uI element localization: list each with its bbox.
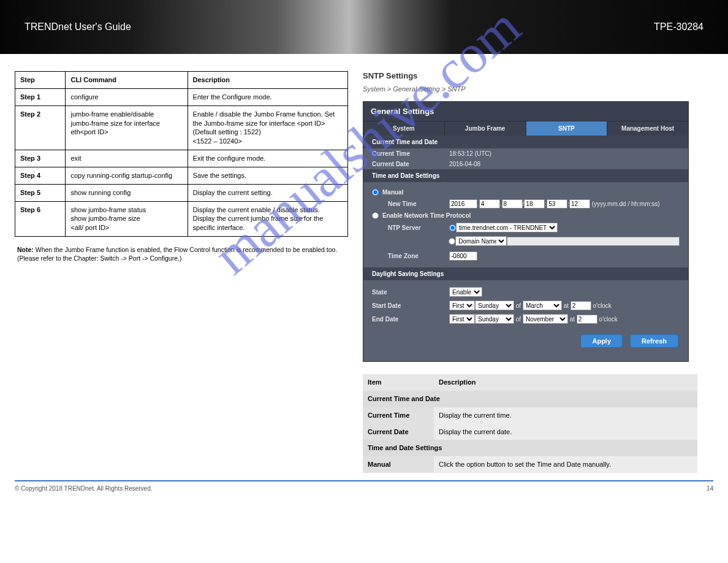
- time-date-settings-hdr: Time and Date Settings: [363, 169, 688, 182]
- note-text: When the Jumbo Frame function is enabled…: [17, 246, 337, 262]
- tab-system[interactable]: System: [363, 121, 445, 136]
- start-day[interactable]: Sunday: [475, 301, 514, 310]
- mi-input[interactable]: [547, 199, 567, 209]
- copyright: © Copyright 2018 TRENDnet. All Rights Re…: [15, 485, 153, 492]
- end-ord[interactable]: First: [449, 314, 475, 324]
- ss-input[interactable]: [569, 199, 590, 209]
- desc-col-desc: Description: [434, 374, 697, 391]
- cli-steps-table: Step CLI Command Description Step 1 conf…: [15, 71, 348, 237]
- table-row: Step 2 jumbo-frame enable/disable jumbo-…: [15, 105, 348, 150]
- ntp-server-select[interactable]: time.trendnet.com - TRENDNET: [456, 223, 558, 232]
- refresh-button[interactable]: Refresh: [630, 334, 678, 348]
- page-number: 14: [707, 485, 713, 492]
- col-cmd: CLI Command: [66, 72, 188, 89]
- tab-sntp[interactable]: SNTP: [526, 121, 608, 136]
- col-desc: Description: [188, 72, 347, 89]
- state-label: State: [372, 289, 449, 296]
- start-hour[interactable]: [571, 301, 591, 310]
- manual-label: Manual: [382, 189, 403, 196]
- cur-date-label: Current Date: [372, 161, 449, 167]
- table-row: Step 6 show jumbo-frame status show jumb…: [15, 201, 348, 237]
- ntp-label: Enable Network Time Protocol: [382, 212, 471, 219]
- desc-table: ItemDescription Current Time and Date Cu…: [363, 374, 697, 473]
- sntp-breadcrumb: System > General Setting > SNTP: [363, 85, 697, 93]
- tab-jumbo[interactable]: Jumbo Frame: [445, 121, 526, 136]
- sntp-heading: SNTP Settings: [363, 71, 697, 80]
- table-row: Step 5 show running config Display the c…: [15, 184, 348, 201]
- end-day[interactable]: Sunday: [475, 314, 514, 324]
- start-ord[interactable]: First: [449, 301, 475, 310]
- dd-input[interactable]: [502, 199, 523, 209]
- panel-title: General Settings: [363, 102, 688, 121]
- ntp-radio[interactable]: [372, 212, 379, 219]
- end-date-label: End Date: [372, 316, 449, 323]
- yyyy-input[interactable]: [449, 199, 477, 209]
- end-hour[interactable]: [577, 315, 597, 324]
- general-settings-panel: General Settings System Jumbo Frame SNTP…: [363, 101, 689, 362]
- cur-time-value: 18:53:12 (UTC): [449, 150, 491, 157]
- domain-name-select[interactable]: Domain Name: [455, 236, 507, 246]
- new-time-hint: (yyyy.mm.dd / hh:mm:ss): [592, 201, 660, 207]
- page-header: TRENDnet User's Guide TPE-30284: [0, 0, 728, 54]
- desc-group-settings: Time and Date Settings: [363, 440, 697, 456]
- daylight-hdr: Daylight Saving Settings: [363, 267, 688, 280]
- state-select[interactable]: Enable: [449, 287, 482, 297]
- table-row: Step 4 copy running-config startup-confi…: [15, 167, 348, 184]
- page-footer: © Copyright 2018 TRENDnet. All Rights Re…: [15, 480, 713, 503]
- domain-name-input[interactable]: [507, 237, 680, 246]
- desc-group-current: Current Time and Date: [363, 391, 697, 407]
- desc-col-item: Item: [363, 374, 434, 391]
- apply-button[interactable]: Apply: [580, 334, 623, 348]
- tab-mgmt-host[interactable]: Management Host: [607, 121, 688, 136]
- table-row: Step 1 configure Enter the Configure mod…: [15, 88, 348, 105]
- current-time-date-hdr: Current Time and Date: [363, 136, 688, 148]
- manual-radio[interactable]: [372, 189, 379, 196]
- ntp-domain-radio[interactable]: [449, 238, 455, 245]
- ntp-server-label: NTP Server: [388, 224, 449, 231]
- note-label: Note:: [17, 246, 34, 253]
- brand-text: TRENDnet User's Guide: [25, 21, 131, 33]
- end-month[interactable]: November: [523, 314, 568, 324]
- hh-input[interactable]: [524, 199, 545, 209]
- tz-label: Time Zone: [388, 253, 449, 259]
- note-block: Note: When the Jumbo Frame function is e…: [15, 245, 348, 262]
- ntp-preset-radio[interactable]: [449, 224, 456, 231]
- table-row: Step 3 exit Exit the configure mode.: [15, 150, 348, 167]
- col-step: Step: [15, 72, 66, 89]
- panel-tabs: System Jumbo Frame SNTP Management Host: [363, 121, 688, 136]
- start-month[interactable]: March: [523, 301, 562, 310]
- tz-input[interactable]: [449, 251, 477, 261]
- model-text: TPE-30284: [654, 21, 703, 33]
- start-date-label: Start Date: [372, 302, 449, 309]
- cur-time-label: Current Time: [372, 150, 449, 157]
- cur-date-value: 2016-04-08: [449, 161, 480, 167]
- new-time-label: New Time: [388, 201, 449, 207]
- mm-input[interactable]: [479, 199, 500, 209]
